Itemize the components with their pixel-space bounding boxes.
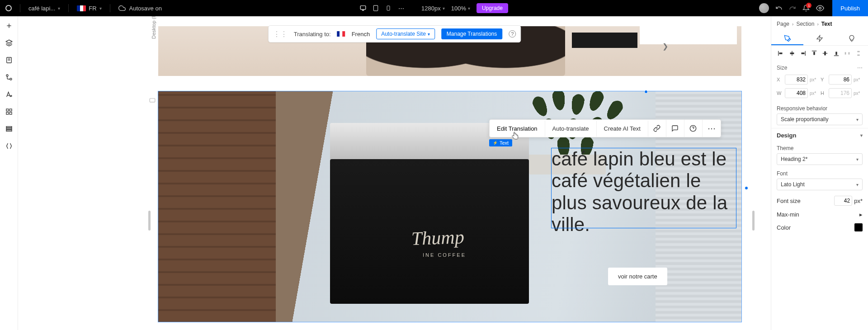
pages-button[interactable] [5,56,13,64]
device-desktop-button[interactable] [360,5,366,11]
align-bottom-button[interactable] [831,48,842,58]
selection-tag-badge: ⚡ Text [489,139,512,146]
svg-rect-34 [813,52,815,55]
database-button[interactable] [5,125,13,133]
x-input[interactable] [785,75,808,85]
canvas[interactable]: ❯ ⋮⋮ Translating to: French Auto-transla… [18,16,771,330]
theme-select[interactable]: Heading 2* ▾ [777,153,863,165]
notifications-button[interactable]: 1 [802,5,810,12]
svg-rect-41 [857,51,859,52]
cms-button[interactable] [5,73,13,81]
publish-button[interactable]: Publish [832,0,868,16]
auto-translate-button[interactable]: Auto-translate [545,121,597,137]
align-top-button[interactable] [809,48,820,58]
help-button[interactable] [684,120,703,137]
drag-handle-icon[interactable]: ⋮⋮ [273,30,288,38]
link-button[interactable] [648,120,666,137]
align-center-v-button[interactable] [820,48,830,58]
viewport-width-selector[interactable]: 1280px▾ [421,5,445,12]
unit-label: px* [810,77,819,82]
svg-rect-30 [790,52,794,54]
comment-button[interactable] [666,120,684,137]
y-input[interactable] [829,75,852,85]
svg-rect-20 [6,127,12,128]
layers-button[interactable] [5,39,13,47]
selection-resize-handle-e[interactable] [745,186,748,190]
notification-badge: 1 [806,3,811,8]
panel-tabs [771,32,868,46]
cursor-icon [511,131,519,141]
svg-rect-3 [373,5,377,11]
responsive-behavior-select[interactable]: Scale proportionally ▾ [777,113,863,125]
breakpoint-handle-right[interactable] [752,211,755,231]
w-label: W [777,90,783,96]
breadcrumb-section[interactable]: Section [796,21,814,27]
code-button[interactable] [5,142,13,150]
align-right-button[interactable] [798,48,808,58]
add-element-button[interactable] [5,22,13,30]
cloud-icon [118,5,126,12]
more-options-button[interactable]: ⋯ [703,120,721,137]
svg-rect-28 [779,52,783,54]
chevron-down-icon: ▾ [856,117,859,122]
selected-text-element[interactable]: café lapin bleu est le café végétalien l… [552,148,736,228]
user-avatar[interactable] [759,3,769,13]
size-more-icon[interactable]: ⋯ [857,65,863,71]
locale-code: FR [89,5,96,12]
unit-label: px* [854,198,863,204]
device-tablet-button[interactable] [373,5,379,11]
svg-rect-22 [6,130,12,132]
help-button[interactable]: ? [509,30,516,38]
fonts-button[interactable] [5,90,13,99]
design-tab[interactable] [771,32,803,45]
upgrade-button[interactable]: Upgrade [476,3,508,13]
apps-button[interactable] [5,108,13,116]
translation-bar: ⋮⋮ Translating to: French Auto-translate… [268,25,521,42]
headline-text[interactable]: café lapin bleu est le café végétalien l… [552,148,736,236]
more-devices-button[interactable]: ⋯ [398,5,404,11]
expand-panel-button[interactable]: ❯ [660,42,670,51]
responsive-label: Responsive behavior [777,105,863,112]
flag-icon [337,31,345,37]
fontsize-input[interactable] [834,196,852,206]
preview-icon[interactable] [816,4,824,12]
color-swatch[interactable] [854,223,863,231]
animate-tab[interactable] [803,32,835,45]
w-input[interactable] [785,88,808,98]
brick-wall-decor [158,91,276,322]
section-resize-handle-n[interactable] [644,90,648,94]
view-menu-button[interactable]: voir notre carte [608,268,667,285]
chevron-down-icon: ▾ [856,157,859,162]
breakpoint-handle-left[interactable] [148,211,151,231]
create-ai-text-button[interactable]: Create AI Text [597,121,648,137]
font-select[interactable]: Lato Light ▾ [777,179,863,190]
locale-selector[interactable]: FR ▾ [77,5,101,12]
svg-rect-4 [387,6,390,10]
app-logo[interactable] [5,5,12,11]
align-left-button[interactable] [776,48,786,58]
size-header: Size [777,65,787,71]
chevron-down-icon: ▾ [443,6,445,11]
zoom-selector[interactable]: 100%▾ [451,5,470,12]
device-mobile-button[interactable] [385,5,392,11]
collapse-icon[interactable]: ▾ [860,133,863,138]
align-center-h-button[interactable] [787,48,797,58]
svg-point-13 [10,78,12,80]
undo-icon[interactable] [775,5,783,12]
font-label: Font [777,170,863,177]
svg-rect-18 [6,112,9,114]
redo-icon[interactable] [789,5,796,12]
manage-translations-button[interactable]: Manage Translations [441,28,502,39]
distribute-h-button[interactable] [842,48,853,58]
project-selector[interactable]: café lapi... ▾ [28,5,60,12]
distribute-v-button[interactable] [854,48,864,58]
expand-icon[interactable]: ▸ [859,211,863,218]
breadcrumb-page[interactable]: Page [777,21,789,27]
inspect-tab[interactable] [836,32,868,45]
top-bar: café lapi... ▾ FR ▾ Autosave on ⋯ 1280px… [0,0,868,16]
lightning-icon [816,35,823,42]
svg-marker-8 [6,40,12,43]
machine-brand-text: Thump [411,226,464,250]
auto-translate-site-button[interactable]: Auto-translate Site ▾ [376,28,435,39]
autosave-indicator: Autosave on [118,5,162,12]
